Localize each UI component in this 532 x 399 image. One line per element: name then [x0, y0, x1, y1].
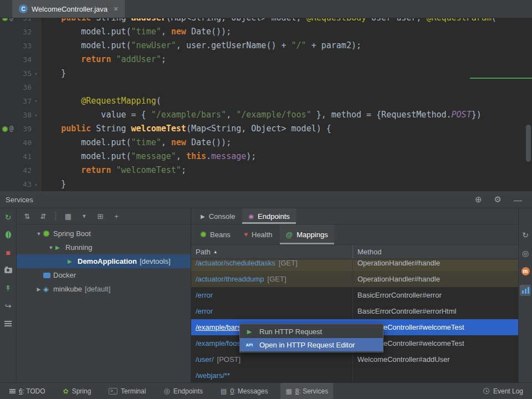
code-token: return	[81, 54, 116, 64]
tree-item-spring-boot[interactable]: ▼Spring Boot	[17, 227, 191, 241]
endpoints-button[interactable]: ◎Endpoints	[158, 383, 208, 399]
tree-item-running[interactable]: ▼▶Running	[17, 241, 191, 254]
editor-gutter: 34	[0, 53, 41, 66]
detach-icon[interactable]: ↪	[3, 301, 13, 310]
table-row[interactable]: /webjars/**	[191, 367, 518, 382]
close-icon[interactable]: ×	[114, 4, 118, 13]
view-mode-icon[interactable]: ⊞	[96, 212, 104, 221]
terminal-button[interactable]: >_Terminal	[104, 383, 151, 399]
code-token: .	[206, 151, 211, 161]
subtab-mappings[interactable]: @Mappings	[280, 224, 334, 244]
collapse-all-icon[interactable]: ⇵	[39, 212, 47, 221]
fold-marker-icon: ▾	[32, 94, 40, 108]
subtab-label: Health	[252, 231, 273, 239]
run-icon: ▶	[55, 244, 60, 250]
annotation-gutter-icon[interactable]: @	[9, 122, 13, 136]
endpoint-path-link[interactable]: /user/	[196, 355, 214, 364]
column-header-path[interactable]: Path▲	[191, 245, 353, 259]
docker-icon	[43, 273, 50, 278]
filter-icon[interactable]: ▼	[80, 213, 88, 219]
endpoint-path-link[interactable]: /actuator/scheduledtasks	[196, 259, 275, 267]
tree-item-docker[interactable]: Docker	[17, 268, 191, 282]
tab-label: Console	[209, 212, 236, 221]
tab-endpoints[interactable]: ◉Endpoints	[242, 208, 295, 224]
line-number: 31	[16, 18, 32, 25]
annotation-gutter-icon[interactable]: @	[9, 18, 13, 25]
path-cell: /error	[191, 303, 353, 319]
status-item-label: Terminal	[121, 387, 146, 395]
editor-scrollbar[interactable]	[526, 125, 531, 162]
code-token: "/example/bars"	[151, 110, 226, 120]
code-line: 33 model.put("newUser", user.getUserName…	[0, 39, 532, 53]
todo-button[interactable]: 6: TODO	[4, 383, 50, 399]
debug-icon[interactable]	[3, 231, 13, 239]
menu-item-run-http-request[interactable]: ▶Run HTTP Request	[240, 325, 383, 338]
services-tree-pane: ⇅⇵▦▼⊞+ ▼Spring Boot▼▶Running▶DemoApplica…	[17, 208, 191, 382]
code-token: );	[246, 151, 256, 161]
endpoint-path-link[interactable]: /example/foos	[196, 339, 241, 347]
code-text: public String welcomeTest(Map<String, Ob…	[41, 122, 331, 136]
subtab-health[interactable]: ♥Health	[238, 224, 279, 244]
group-by-icon[interactable]: ▦	[64, 212, 72, 221]
line-number: 32	[16, 25, 32, 39]
editor-tab[interactable]: C WelcomeController.java ×	[12, 0, 125, 18]
gear-icon[interactable]: ⚙	[494, 195, 502, 204]
refresh-icon[interactable]: ↻	[522, 231, 529, 239]
thread-dump-icon[interactable]	[3, 266, 13, 274]
services-tree: ▼Spring Boot▼▶Running▶DemoApplication[de…	[17, 224, 191, 382]
spring-bean-gutter-icon[interactable]	[2, 126, 8, 132]
editor-gutter: 38▴	[0, 108, 41, 122]
tab-console[interactable]: ▶Console	[195, 208, 241, 224]
chevron-right-icon[interactable]: ▶	[34, 287, 43, 292]
rerun-icon[interactable]: ↻	[3, 213, 13, 221]
event-log-button[interactable]: Event Log	[479, 387, 528, 395]
messages-button[interactable]: ▤0: Messages	[216, 383, 273, 399]
expand-all-icon[interactable]: ⇅	[23, 212, 31, 221]
chevron-down-icon[interactable]: ▼	[34, 231, 43, 237]
endpoint-path-link[interactable]: /example/bars	[196, 323, 241, 331]
table-row[interactable]: /user/[POST]WelcomeController#addUser	[191, 351, 518, 367]
chevron-down-icon[interactable]: ▼	[47, 245, 55, 250]
tree-item-minikube[interactable]: ▶◈minikube[default]	[17, 282, 191, 296]
endpoint-path-link[interactable]: /webjars/**	[196, 371, 230, 380]
code-text: return "welcomeTest";	[41, 163, 186, 177]
http-method-badge: [GET]	[279, 259, 298, 267]
table-row[interactable]: /errorBasicErrorController#error	[191, 287, 518, 303]
tree-item-demoapplication[interactable]: ▶DemoApplication[devtools]	[17, 254, 191, 268]
m-tool-icon[interactable]: m	[521, 267, 530, 275]
code-token: "/"	[291, 40, 306, 50]
endpoint-path-link[interactable]: /actuator/threaddump	[196, 275, 264, 283]
tool-window-settings-icon[interactable]: ⊕	[475, 195, 482, 204]
editor-tab-title: WelcomeController.java	[32, 5, 108, 13]
spring-bean-gutter-icon[interactable]	[2, 18, 8, 21]
spring-button[interactable]: ✿Spring	[58, 383, 96, 399]
menu-item-open-in-http-request-editor[interactable]: APIOpen in HTTP Request Editor	[240, 338, 383, 351]
code-token: model.put(	[41, 151, 131, 161]
services-button[interactable]: ▦8: Services	[280, 383, 333, 399]
line-number: 41	[16, 150, 32, 163]
editor-tab-bar: C WelcomeController.java ×	[0, 0, 532, 18]
update-running-app-icon[interactable]: ↟	[3, 284, 13, 292]
web-icon[interactable]: ◎	[522, 249, 529, 258]
endpoint-path-link[interactable]: /error	[196, 291, 213, 299]
bar	[528, 287, 529, 294]
hide-panel-icon[interactable]: —	[514, 195, 522, 204]
table-row[interactable]: /actuator/threaddump[GET]OperationHandle…	[191, 271, 518, 287]
endpoints-stripe-icon[interactable]	[520, 285, 531, 296]
options-icon[interactable]	[3, 319, 13, 328]
endpoint-path-link[interactable]: /error	[196, 307, 213, 315]
handler-method: OperationHandler#handle	[353, 259, 518, 267]
stop-icon[interactable]: ■	[3, 248, 13, 257]
spring-icon: ✿	[63, 387, 69, 395]
right-icon-strip: ↻◎m	[518, 208, 532, 382]
column-header-method[interactable]: Method	[353, 248, 518, 256]
handler-method: BasicErrorController#error	[353, 291, 518, 299]
add-service-icon[interactable]: +	[112, 212, 120, 221]
code-token	[41, 96, 81, 106]
status-item-label: Endpoints	[173, 387, 203, 395]
table-row[interactable]: /errorBasicErrorController#errorHtml	[191, 303, 518, 319]
code-editor[interactable]: @31 public String addUser(Map<String, Ob…	[0, 18, 532, 191]
subtab-beans[interactable]: Beans	[195, 224, 237, 244]
code-text: }	[41, 66, 66, 80]
services-panel-header: Services ⊕⚙—	[0, 191, 532, 208]
